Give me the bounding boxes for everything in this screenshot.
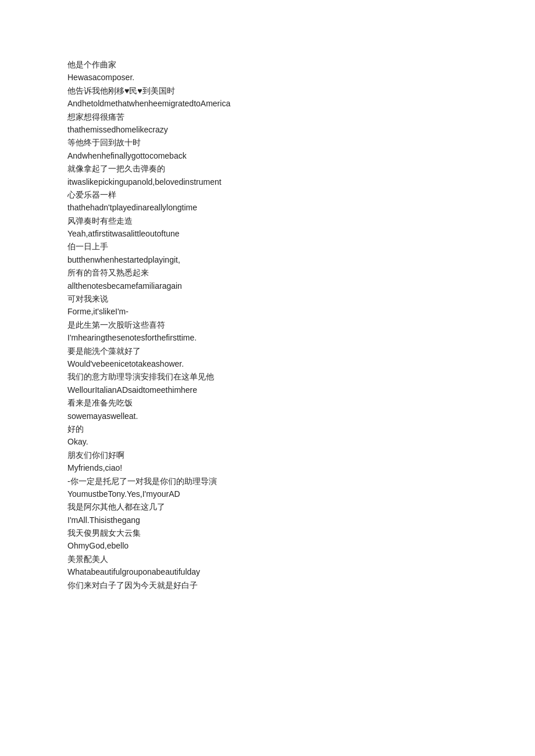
text-line-l37: 我天俊男靓女大云集	[67, 526, 468, 539]
text-line-l12: thathehadn'tplayedinareallylongtime	[67, 201, 468, 214]
text-line-l35: 我是阿尔其他人都在这几了	[67, 500, 468, 513]
text-line-l18: allthenotesbecamefamiliaragain	[67, 280, 468, 292]
text-line-l33: -你一定是托尼了一对我是你们的助理导演	[67, 475, 468, 488]
text-line-l40: Whatabeautifulgrouponabeautifulday	[67, 565, 468, 578]
text-line-l29: 好的	[67, 422, 468, 435]
text-line-l16: butthenwhenhestartedplayingit,	[67, 253, 468, 266]
text-line-l31: 朋友们你们好啊	[67, 449, 468, 461]
text-line-l19: 可对我来说	[67, 292, 468, 305]
text-line-l13: 风弹奏时有些走造	[67, 214, 468, 227]
text-line-l3: 他告诉我他刚移♥民♥到美国时	[67, 84, 468, 97]
text-line-l11: 心爱乐器一样	[67, 188, 468, 201]
text-line-l27: 看来是准备先吃饭	[67, 396, 468, 409]
text-line-l7: 等他终于回到故十时	[67, 136, 468, 149]
text-line-l17: 所有的音符又熟悉起来	[67, 266, 468, 279]
text-line-l23: 要是能洗个藻就好了	[67, 345, 468, 357]
text-line-l10: itwaslikepickingupanold,belovedinstrumen…	[67, 175, 468, 188]
text-line-l20: Forme,it'slikeI'm-	[67, 305, 468, 318]
text-line-l32: Myfriends,ciao!	[67, 461, 468, 474]
text-line-l5: 想家想得很痛苦	[67, 110, 468, 123]
content-area: 他是个作曲家Hewasacomposer.他告诉我他刚移♥民♥到美国时Andhe…	[67, 58, 468, 592]
text-line-l1: 他是个作曲家	[67, 58, 468, 71]
text-line-l4: AndhetoldmethatwhenheemigratedtoAmerica	[67, 97, 468, 110]
text-line-l41: 你们来对白子了因为今天就是好白子	[67, 579, 468, 592]
text-line-l30: Okay.	[67, 435, 468, 448]
text-line-l25: 我们的意方助理导演安排我们在这单见他	[67, 370, 468, 383]
text-line-l28: sowemayaswelleat.	[67, 410, 468, 422]
text-line-l14: Yeah,atfirstitwasalittleoutoftune	[67, 227, 468, 240]
text-line-l24: Would'vebeenicetotakeashower.	[67, 357, 468, 370]
text-line-l9: 就像拿起了一把久击弹奏的	[67, 162, 468, 175]
text-line-l21: 是此生第一次股听这些喜符	[67, 318, 468, 331]
text-line-l2: Hewasacomposer.	[67, 71, 468, 84]
text-line-l22: I'mhearingthesenotesforthefirsttime.	[67, 331, 468, 344]
text-line-l36: I'mAll.Thisisthegang	[67, 514, 468, 526]
text-line-l26: WellourItalianADsaidtomeethimhere	[67, 384, 468, 396]
text-line-l38: OhmyGod,ebello	[67, 539, 468, 552]
text-line-l34: YoumustbeTony.Yes,I'myourAD	[67, 488, 468, 500]
text-line-l15: 伯一日上手	[67, 240, 468, 253]
text-line-l6: thathemissedhomelikecrazy	[67, 123, 468, 136]
text-line-l39: 美景配美人	[67, 553, 468, 565]
text-line-l8: Andwhenhefinallygottocomeback	[67, 149, 468, 162]
